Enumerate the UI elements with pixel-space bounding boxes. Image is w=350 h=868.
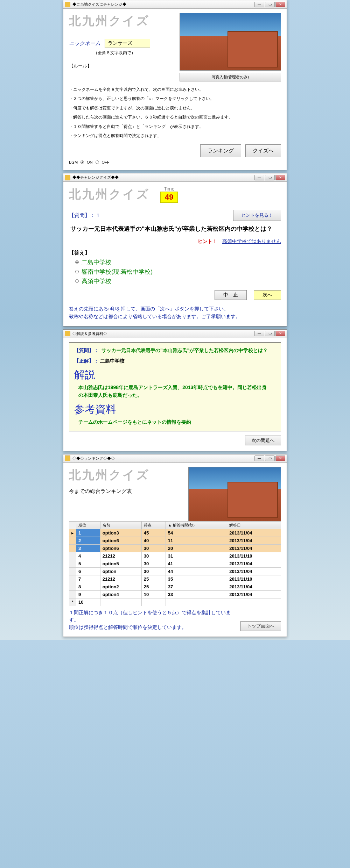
correct-label: 【正解】： [74, 358, 99, 364]
ranking-button[interactable]: ランキング [200, 144, 241, 157]
cell-date: 2013/11/10 [227, 575, 281, 583]
ranking-note: １問正解につき１０点（但しヒントを使うと５点）で得点を集計しています。 順位は獲… [69, 609, 235, 631]
cell-date: 2013/11/04 [227, 544, 281, 552]
cell-rank: 9 [76, 590, 100, 598]
content: 北九州クイズ Time 49 【質問】： 1 ヒントを見る！ サッカー元日本代表… [63, 182, 287, 326]
rule-item: ・１０問解答すると自動で「得点」と「ランキング」が表示されます。 [69, 122, 281, 131]
answer-radio[interactable] [75, 279, 79, 283]
app-logo: 北九州クイズ [69, 467, 183, 483]
app-logo: 北九州クイズ [69, 13, 174, 29]
table-row[interactable]: 2option640112013/11/04 [69, 537, 281, 544]
answer-radio[interactable] [75, 270, 79, 273]
answer-radio[interactable] [75, 260, 79, 264]
hint-text[interactable]: 高須中学校ではありません [222, 238, 281, 244]
table-row[interactable]: 42121230312013/11/10 [69, 552, 281, 560]
row-header [69, 544, 76, 552]
window-title: ◇◆◇ランキング◇◆◇ [72, 456, 254, 461]
table-row[interactable]: 3option630202013/11/04 [69, 544, 281, 552]
answer-option[interactable]: 高須中学校 [75, 277, 281, 285]
bgm-label: BGM [69, 160, 78, 164]
question-number: 1 [97, 212, 99, 218]
cell-date: 2013/11/04 [227, 590, 281, 598]
cell-time: 31 [166, 552, 227, 560]
cell-name: 21212 [100, 575, 141, 583]
cell-rank: 8 [76, 583, 100, 590]
app-icon [65, 2, 70, 7]
footer-line: 答えの先頭にある○印を押して、画面の「次へ」ボタンを押して下さい。 [69, 305, 281, 313]
col-name[interactable]: 名前 [100, 521, 141, 529]
row-header [69, 552, 76, 560]
next-question-button[interactable]: 次の問題へ [245, 436, 281, 445]
cell-time [166, 598, 227, 606]
top-button[interactable]: トップ画面へ [240, 621, 281, 631]
close-button[interactable]: ✕ [275, 455, 285, 461]
quiz-window: ◆◆チャレンジクイズ◆◆ — ▭ ✕ 北九州クイズ Time 49 【質問】： … [63, 173, 287, 326]
quiz-button[interactable]: クイズへ [245, 144, 281, 157]
cell-rank: 3 [76, 544, 100, 552]
cell-score: 10 [141, 590, 166, 598]
titlebar[interactable]: ◇解説＆参考資料◇ — ▭ ✕ [63, 330, 287, 338]
cell-time: 44 [166, 567, 227, 575]
table-row[interactable]: 5option530412013/11/04 [69, 560, 281, 567]
question-label: 【質問】： [69, 212, 95, 218]
table-row[interactable]: 72121225352013/11/10 [69, 575, 281, 583]
cell-name: option3 [100, 529, 141, 537]
cell-time: 33 [166, 590, 227, 598]
maximize-button[interactable]: ▭ [265, 2, 275, 7]
bgm-on-label: ON [87, 160, 93, 164]
minimize-button[interactable]: — [254, 175, 264, 180]
titlebar[interactable]: ◆◆チャレンジクイズ◆◆ — ▭ ✕ [63, 173, 287, 182]
start-window: ◆ご当地クイズにチャレンジ◆ — ▭ ✕ 北九州クイズ ニックネーム （全角８文… [63, 0, 287, 170]
cell-date: 2013/11/04 [227, 529, 281, 537]
titlebar[interactable]: ◇◆◇ランキング◇◆◇ — ▭ ✕ [63, 454, 287, 463]
close-button[interactable]: ✕ [275, 2, 285, 7]
window-title: ◇解説＆参考資料◇ [72, 331, 254, 336]
col-score[interactable]: 得点 [141, 521, 166, 529]
explanation-box: 【質問】： サッカー元日本代表選手の"本山雅志氏"が卒業した若松区内の中学校とは… [69, 342, 281, 431]
app-icon [65, 455, 70, 461]
cell-score: 30 [141, 567, 166, 575]
hint-button[interactable]: ヒントを見る！ [233, 210, 281, 221]
table-row[interactable]: *10 [69, 598, 281, 606]
col-date[interactable]: 解答日 [227, 521, 281, 529]
row-header [69, 560, 76, 567]
photo [188, 467, 281, 521]
cell-rank: 10 [76, 598, 100, 606]
table-row[interactable]: 8option225372013/11/04 [69, 583, 281, 590]
cell-score: 30 [141, 552, 166, 560]
maximize-button[interactable]: ▭ [265, 455, 275, 461]
bgm-off-radio[interactable] [96, 160, 99, 164]
col-rank[interactable]: 順位 [76, 521, 100, 529]
table-row[interactable]: ▸1option345542013/11/04 [69, 529, 281, 537]
app-icon [65, 175, 70, 180]
answer-option[interactable]: 響南中学校(現:若松中学校) [75, 268, 281, 276]
cell-rank: 7 [76, 575, 100, 583]
maximize-button[interactable]: ▭ [265, 331, 275, 336]
close-button[interactable]: ✕ [275, 331, 285, 336]
minimize-button[interactable]: — [254, 331, 264, 336]
row-header [69, 590, 76, 598]
rules-list: ・ニックネームを全角８文字以内で入れて、次の画面にお進み下さい。 ・３つの解答か… [69, 85, 281, 140]
table-row[interactable]: 6option30442013/11/04 [69, 567, 281, 575]
close-button[interactable]: ✕ [275, 175, 285, 180]
nickname-input[interactable] [105, 39, 150, 48]
cell-name: option5 [100, 560, 141, 567]
maximize-button[interactable]: ▭ [265, 175, 275, 180]
titlebar[interactable]: ◆ご当地クイズにチャレンジ◆ — ▭ ✕ [63, 0, 287, 9]
table-row[interactable]: 9option410332013/11/04 [69, 590, 281, 598]
answer-text: 響南中学校(現:若松中学校) [82, 268, 153, 276]
explanation-heading: 解説 [74, 368, 276, 382]
table-header-row: 順位 名前 得点 ▲ 解答時間(秒) 解答日 [69, 521, 281, 529]
col-time[interactable]: ▲ 解答時間(秒) [166, 521, 227, 529]
rule-item: ・解答したら次の画面に進んで下さい。６０秒経過すると自動で次の画面に進みます。 [69, 113, 281, 122]
photo-swap-button[interactable]: 写真入替(管理者のみ) [180, 73, 281, 81]
minimize-button[interactable]: — [254, 2, 264, 7]
bgm-on-radio[interactable] [80, 160, 84, 164]
next-button[interactable]: 次へ [254, 290, 281, 300]
minimize-button[interactable]: — [254, 455, 264, 461]
stop-button[interactable]: 中 止 [215, 290, 247, 300]
answer-option[interactable]: 二島中学校 [75, 258, 281, 266]
cell-score: 25 [141, 583, 166, 590]
question-label: 【質問】： [74, 347, 99, 354]
cell-time: 41 [166, 560, 227, 567]
